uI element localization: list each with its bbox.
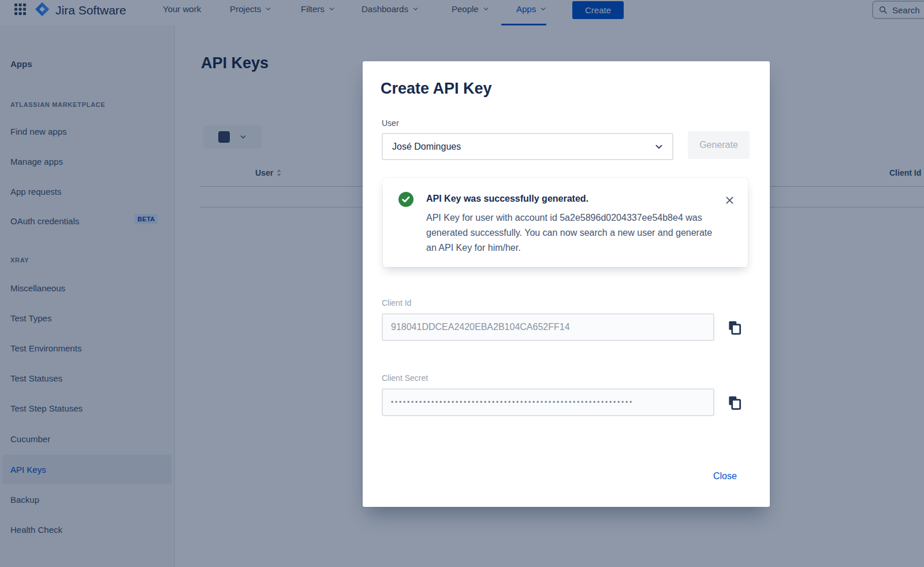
user-field-label: User xyxy=(382,118,399,128)
dialog-close-button[interactable]: Close xyxy=(713,471,737,481)
success-flag-body: API Key for user with account id 5a2e589… xyxy=(426,210,718,255)
user-select[interactable]: José Domingues xyxy=(382,133,673,160)
user-select-value: José Domingues xyxy=(392,142,461,152)
flag-close-button[interactable] xyxy=(721,192,737,208)
client-id-label: Client Id xyxy=(382,298,411,307)
create-api-key-dialog: Create API Key User José Domingues Gener… xyxy=(363,61,770,507)
success-flag-title: API Key was successfully generated. xyxy=(426,194,588,204)
chevron-down-icon xyxy=(654,142,664,152)
client-id-input[interactable] xyxy=(382,313,714,341)
close-icon xyxy=(725,196,734,205)
dialog-title: Create API Key xyxy=(381,80,492,98)
client-secret-input[interactable] xyxy=(382,388,714,416)
copy-client-id-button[interactable] xyxy=(724,318,745,339)
generate-button[interactable]: Generate xyxy=(688,131,750,159)
copy-icon xyxy=(726,394,743,412)
success-check-icon xyxy=(398,192,413,207)
jira-api-keys-screen: Jira Software Your work Projects Filters… xyxy=(0,0,924,567)
copy-client-secret-button[interactable] xyxy=(724,393,745,414)
copy-icon xyxy=(726,319,743,336)
success-flag: API Key was successfully generated. API … xyxy=(383,178,748,267)
client-secret-label: Client Secret xyxy=(382,373,428,383)
